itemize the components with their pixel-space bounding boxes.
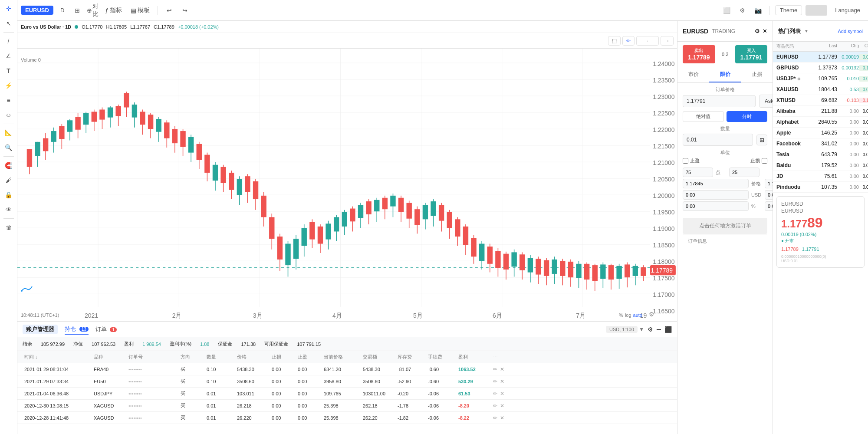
panel-settings-btn[interactable]: ⚙ xyxy=(648,326,653,333)
angle-btn[interactable]: ∠ xyxy=(2,49,16,63)
snapshot-btn[interactable]: 📷 xyxy=(752,4,764,16)
add-symbol-btn[interactable]: Add symbol xyxy=(838,29,863,34)
delete-btn[interactable]: ✕ xyxy=(500,391,504,397)
edit-btn[interactable]: ✏ xyxy=(493,378,497,385)
order-price-input[interactable] xyxy=(683,95,756,107)
zoom-btn[interactable]: 🔍 xyxy=(2,141,16,155)
indicator-btn[interactable]: ƒ 指标 xyxy=(102,4,125,16)
sl-pct-2[interactable] xyxy=(765,201,773,211)
price-type-select[interactable]: Ask Bid xyxy=(759,95,773,108)
edit-btn[interactable]: ✏ xyxy=(493,366,497,372)
table-row[interactable]: 2021-01-29 07:33:34 EU50 •••••••• 买 0.10… xyxy=(17,375,677,388)
tp-checkbox-label[interactable]: 止损 xyxy=(750,158,767,164)
symbol-badge[interactable]: EURUSD xyxy=(21,6,53,15)
compare-btn[interactable]: ⊕ 对比 xyxy=(87,4,99,16)
watchlist-item[interactable]: USDJP* ⊙ 109.765 0.010 0.01% xyxy=(773,73,868,84)
watchlist-item[interactable]: XAUUSD 1804.43 0.53 0.03% xyxy=(773,84,868,95)
delete-btn[interactable]: ✕ xyxy=(500,415,504,421)
watchlist-item[interactable]: Tesla 643.79 0.00 0.00% xyxy=(773,149,868,160)
sl-price-2[interactable] xyxy=(765,179,773,188)
theme-btn[interactable]: Theme xyxy=(775,5,802,15)
text-btn[interactable]: T xyxy=(2,64,16,78)
watchlist-item[interactable]: EURUSD 1.17789 0.00019 0.02% xyxy=(773,52,868,62)
watchlist-item[interactable]: GBPUSD 1.37373 0.00132 0.10% xyxy=(773,62,868,73)
brush-btn[interactable]: 🖌 xyxy=(2,173,16,187)
panel-expand-btn[interactable]: ⬛ xyxy=(664,326,672,333)
eye-btn[interactable]: 👁 xyxy=(2,203,16,217)
pencil-draw-btn[interactable]: ✏ xyxy=(622,36,635,46)
magnet-btn[interactable]: 🧲 xyxy=(2,158,16,172)
edit-btn[interactable]: ✏ xyxy=(493,415,497,421)
template-btn[interactable]: ▤ 模板 xyxy=(128,4,152,16)
measure-btn[interactable]: 📐 xyxy=(2,126,16,140)
trend-line-btn[interactable]: / xyxy=(2,34,16,48)
selection-draw-btn[interactable]: ⬚ xyxy=(608,36,621,46)
sl-price-1[interactable] xyxy=(683,179,749,188)
tp-checkbox[interactable] xyxy=(762,158,767,164)
sl-usd-1[interactable] xyxy=(683,190,749,200)
watchlist-item[interactable]: Baidu 179.52 0.00 0.00% xyxy=(773,160,868,171)
panel-minimize-btn[interactable]: ─ xyxy=(657,326,661,333)
qty-input[interactable] xyxy=(683,134,753,146)
pattern-btn[interactable]: ⚡ xyxy=(2,79,16,92)
table-row[interactable]: 2021-01-04 06:36:48 USDJPY •••••••• 买 0.… xyxy=(17,388,677,400)
undo-btn[interactable]: ↩ xyxy=(163,4,175,16)
qty-stepper[interactable]: ⊞ xyxy=(756,135,767,145)
minute-toggle[interactable]: 分时 xyxy=(727,111,768,122)
language-btn[interactable]: Language xyxy=(831,6,865,15)
abs-toggle[interactable]: 绝对值 xyxy=(683,111,724,122)
watchlist-item[interactable]: JD 75.61 0.00 0.00% xyxy=(773,171,868,182)
tab-market[interactable]: 市价 xyxy=(677,67,709,82)
timeframe-btn[interactable]: D xyxy=(57,6,68,15)
watchlist-item[interactable]: Pinduodu 107.35 0.00 0.00% xyxy=(773,182,868,193)
edit-btn[interactable]: ✏ xyxy=(493,391,497,397)
buy-button[interactable]: 买入 1.17791 xyxy=(735,45,768,63)
emoji-btn[interactable]: ☺ xyxy=(2,108,16,122)
table-row[interactable]: 2021-01-29 08:31:04 FRA40 •••••••• 买 0.1… xyxy=(17,363,677,375)
sl-checkbox-label[interactable]: 止盈 xyxy=(683,158,700,164)
sl-pct-1[interactable] xyxy=(683,201,749,211)
arrow-draw-btn[interactable]: → xyxy=(661,36,674,46)
sl-usd-2[interactable] xyxy=(765,190,773,200)
delete-btn[interactable]: ✕ xyxy=(500,403,504,409)
crosshair-btn[interactable]: ✛ xyxy=(2,2,16,16)
bar-type-btn[interactable]: ⊞ xyxy=(71,4,83,16)
fullscreen-btn[interactable]: ⬜ xyxy=(721,4,733,16)
settings-btn[interactable]: ⚙ xyxy=(736,4,749,16)
trading-close-btn[interactable]: ✕ xyxy=(763,28,767,34)
chart-area[interactable]: Volume 0 ⚙ % log auto xyxy=(17,49,677,321)
sl-checkbox[interactable] xyxy=(683,158,688,164)
lock-btn[interactable]: 🔒 xyxy=(2,188,16,202)
tab-orders[interactable]: 订单 1 xyxy=(95,325,117,334)
sl-val-input-1[interactable] xyxy=(683,168,713,177)
user-avatar[interactable] xyxy=(806,5,827,16)
watchlist-item[interactable]: Alibaba 211.88 0.00 0.00% xyxy=(773,106,868,117)
log-btn[interactable]: log xyxy=(625,312,631,318)
fibonacci-btn[interactable]: ≡ xyxy=(2,93,16,107)
watchlist-item[interactable]: Facebook 341.02 0.00 0.00% xyxy=(773,138,868,149)
watchlist-dropdown[interactable]: ▼ xyxy=(804,29,809,33)
delete-btn[interactable]: ✕ xyxy=(500,366,504,372)
watchlist-item[interactable]: XTIUSD 69.682 -0.103 -0.15% xyxy=(773,95,868,106)
cursor-btn[interactable]: ↖ xyxy=(2,16,16,30)
pct-btn[interactable]: % xyxy=(619,312,623,318)
activate-order-btn[interactable]: 点击任何地方激活订单 xyxy=(683,218,767,234)
watchlist-item[interactable]: Alphabet 2640.55 0.00 0.00% xyxy=(773,117,868,128)
account-selector[interactable]: USD, 1:100 ▼ xyxy=(606,326,644,332)
line-draw-btn[interactable]: — · — xyxy=(636,36,659,46)
sl-val-input-2[interactable] xyxy=(729,168,760,177)
tab-limit[interactable]: 限价 xyxy=(709,67,741,82)
trading-settings-btn[interactable]: ⚙ xyxy=(755,28,760,34)
sell-button[interactable]: 卖出 1.17789 xyxy=(683,45,715,63)
delete-btn[interactable]: ✕ xyxy=(500,378,504,385)
tab-stop[interactable]: 止损 xyxy=(741,67,773,82)
auto-btn[interactable]: auto xyxy=(633,312,642,318)
table-row[interactable]: 2020-12-30 13:08:15 XAGUSD •••••••• 买 0.… xyxy=(17,400,677,412)
tab-positions[interactable]: 持仓 13 xyxy=(65,324,89,335)
trash-btn[interactable]: 🗑 xyxy=(2,220,16,234)
chart-settings-icon[interactable]: ⚙ xyxy=(649,311,654,318)
edit-btn[interactable]: ✏ xyxy=(493,403,497,409)
table-row[interactable]: 2020-12-28 11:41:48 XAGUSD •••••••• 买 0.… xyxy=(17,412,677,424)
redo-btn[interactable]: ↪ xyxy=(179,4,191,16)
watchlist-item[interactable]: Apple 146.25 0.00 0.00% xyxy=(773,128,868,138)
